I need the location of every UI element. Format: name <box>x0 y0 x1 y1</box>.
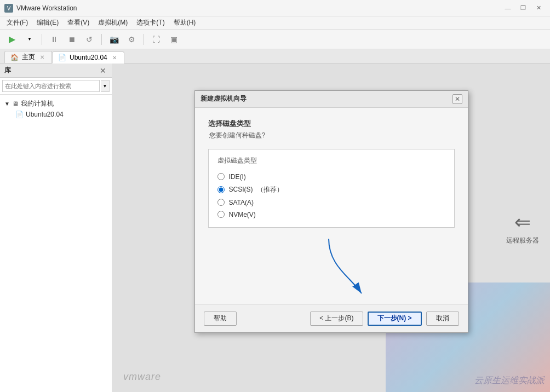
radio-scsi[interactable] <box>217 186 225 193</box>
dialog-title: 新建虚拟机向导 <box>200 94 247 103</box>
tab-home-close[interactable]: ✕ <box>38 54 46 61</box>
radio-nvme-label: NVMe(V) <box>229 211 256 218</box>
home-icon: 🏠 <box>10 54 19 61</box>
radio-sata[interactable] <box>217 199 225 206</box>
dialog-overlay: 新建虚拟机向导 ✕ 选择磁盘类型 您要创建何种磁盘? 虚拟磁盘类型 IDE(I) <box>112 64 550 392</box>
app-icon: V <box>4 4 13 13</box>
dialog-body: 选择磁盘类型 您要创建何种磁盘? 虚拟磁盘类型 IDE(I) SCSI(S) <box>195 108 468 304</box>
suspend-icon: ⏸ <box>50 35 58 44</box>
dialog-section-subtitle: 您要创建何种磁盘? <box>208 131 455 140</box>
search-input[interactable] <box>2 80 100 92</box>
play-button[interactable]: ▶ <box>4 32 20 47</box>
snapshot-icon: 📷 <box>110 35 119 44</box>
menu-bar: 文件(F) 编辑(E) 查看(V) 虚拟机(M) 选项卡(T) 帮助(H) <box>0 16 550 30</box>
play-icon: ▶ <box>9 34 15 44</box>
radio-item-nvme[interactable]: NVMe(V) <box>217 209 445 221</box>
sidebar-header: 库 ✕ <box>0 64 112 78</box>
next-button[interactable]: 下一步(N) > <box>368 312 422 326</box>
snapshot-button[interactable]: 📷 <box>106 32 122 47</box>
reset-button[interactable]: ↺ <box>82 32 97 47</box>
close-button[interactable]: ✕ <box>531 3 546 14</box>
radio-scsi-tag: （推荐） <box>257 186 283 193</box>
sidebar-search-bar: ▼ <box>0 78 112 95</box>
title-bar: V VMware Workstation — ❐ ✕ <box>0 0 550 16</box>
tab-ubuntu-close[interactable]: ✕ <box>111 54 118 61</box>
restore-button[interactable]: ❐ <box>516 3 530 14</box>
arrow-annotation-svg <box>318 233 383 299</box>
view-button[interactable]: ▣ <box>166 32 181 47</box>
dialog-section-title: 选择磁盘类型 <box>208 119 455 129</box>
dialog-footer: 帮助 < 上一步(B) 下一步(N) > 取消 <box>195 304 468 332</box>
dialog-footer-right: < 上一步(B) 下一步(N) > 取消 <box>310 312 459 326</box>
stop-button[interactable]: ⏹ <box>64 32 79 47</box>
back-button[interactable]: < 上一步(B) <box>310 312 363 326</box>
svg-text:V: V <box>7 5 11 11</box>
toolbar-separator-2 <box>101 34 102 45</box>
radio-item-scsi[interactable]: SCSI(S) （推荐） <box>217 183 445 197</box>
tree-expand-icon: ▼ <box>4 101 10 107</box>
radio-item-ide[interactable]: IDE(I) <box>217 171 445 183</box>
radio-sata-label: SATA(A) <box>229 199 254 206</box>
toolbar: ▶ ▼ ⏸ ⏹ ↺ 📷 ⚙ ⛶ ▣ <box>0 30 550 49</box>
menu-file[interactable]: 文件(F) <box>2 16 32 29</box>
tree-item-label: Ubuntu20.04 <box>26 111 64 118</box>
tab-ubuntu[interactable]: 📄 Ubuntu20.04 ✕ <box>52 51 124 64</box>
menu-help[interactable]: 帮助(H) <box>169 16 200 29</box>
minimize-button[interactable]: — <box>501 3 515 14</box>
tab-ubuntu-icon: 📄 <box>58 54 66 61</box>
sidebar-tree: ▼ 🖥 我的计算机 📄 Ubuntu20.04 <box>0 95 112 392</box>
view-icon: ▣ <box>170 35 177 44</box>
disk-type-group: 虚拟磁盘类型 IDE(I) SCSI(S) （推荐） <box>208 149 455 228</box>
tab-bar: 🏠 主页 ✕ 📄 Ubuntu20.04 ✕ <box>0 49 550 64</box>
help-button[interactable]: 帮助 <box>204 312 237 326</box>
toolbar-separator-3 <box>144 34 144 45</box>
disk-type-group-title: 虚拟磁盘类型 <box>217 156 445 165</box>
stop-icon: ⏹ <box>68 35 76 44</box>
sidebar: 库 ✕ ▼ ▼ 🖥 我的计算机 📄 Ubuntu20.04 <box>0 64 112 392</box>
cancel-button[interactable]: 取消 <box>426 312 459 326</box>
arrow-area <box>208 228 455 293</box>
menu-edit[interactable]: 编辑(E) <box>32 16 63 29</box>
reset-icon: ↺ <box>86 35 93 44</box>
main-layout: 库 ✕ ▼ ▼ 🖥 我的计算机 📄 Ubuntu20.04 <box>0 64 550 392</box>
play-dropdown-button[interactable]: ▼ <box>22 32 37 47</box>
tree-group-my-computer: ▼ 🖥 我的计算机 📄 Ubuntu20.04 <box>0 97 112 120</box>
dialog-title-bar: 新建虚拟机向导 ✕ <box>195 91 468 108</box>
search-dropdown-button[interactable]: ▼ <box>101 80 110 92</box>
fullscreen-button[interactable]: ⛶ <box>148 32 164 47</box>
window-controls: — ❐ ✕ <box>501 3 546 14</box>
fullscreen-icon: ⛶ <box>152 35 160 44</box>
dialog-close-button[interactable]: ✕ <box>452 94 462 104</box>
suspend-button[interactable]: ⏸ <box>47 32 62 47</box>
tab-ubuntu-label: Ubuntu20.04 <box>70 54 107 61</box>
radio-item-sata[interactable]: SATA(A) <box>217 197 445 209</box>
menu-vm[interactable]: 虚拟机(M) <box>94 16 132 29</box>
tree-item-icon: 📄 <box>15 111 24 118</box>
toolbar-separator-1 <box>42 34 42 45</box>
radio-nvme[interactable] <box>217 211 225 218</box>
new-vm-wizard-dialog: 新建虚拟机向导 ✕ 选择磁盘类型 您要创建何种磁盘? 虚拟磁盘类型 IDE(I) <box>194 90 468 333</box>
radio-scsi-label: SCSI(S) （推荐） <box>229 185 283 194</box>
tree-group-label: 我的计算机 <box>21 99 54 108</box>
tab-home-label: 主页 <box>22 53 35 62</box>
menu-view[interactable]: 查看(V) <box>63 16 94 29</box>
sidebar-close-button[interactable]: ✕ <box>99 66 107 75</box>
radio-ide-label: IDE(I) <box>229 173 246 181</box>
settings-icon: ⚙ <box>128 35 135 44</box>
sidebar-title: 库 <box>4 66 11 75</box>
tree-computer-icon: 🖥 <box>12 100 19 108</box>
radio-ide[interactable] <box>217 173 225 180</box>
dropdown-icon: ▼ <box>27 37 32 42</box>
settings-button[interactable]: ⚙ <box>124 32 139 47</box>
tab-home[interactable]: 🏠 主页 ✕ <box>4 51 52 63</box>
app-title: VMware Workstation <box>16 4 501 12</box>
tree-item-ubuntu[interactable]: 📄 Ubuntu20.04 <box>0 109 112 119</box>
menu-options[interactable]: 选项卡(T) <box>132 16 169 29</box>
tree-group-header-my-computer[interactable]: ▼ 🖥 我的计算机 <box>0 98 112 109</box>
content-area: ⇒ 远程服务器 vmware 云原生运维实战派 新建虚拟机向导 ✕ 选择磁盘 <box>112 64 550 392</box>
